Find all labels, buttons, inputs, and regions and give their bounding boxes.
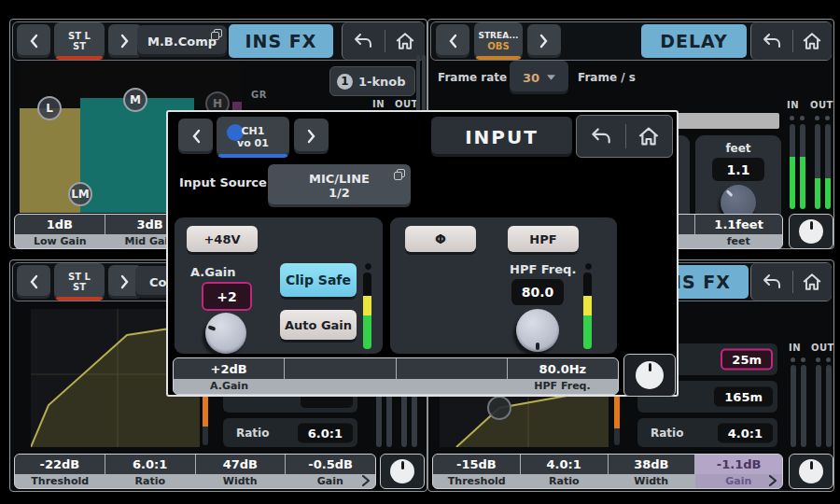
clip-safe-button[interactable]: Clip Safe	[280, 263, 357, 297]
out-meter-label: OUT	[811, 343, 834, 353]
band-handle-m[interactable]: M	[123, 88, 147, 112]
band-handle-l[interactable]: L	[37, 96, 62, 120]
knob-icon	[390, 459, 414, 483]
param-value[interactable]: 6.0:1	[298, 423, 353, 442]
meter-peak-dot	[364, 262, 372, 271]
footer-value[interactable]: -0.5dB	[286, 455, 375, 474]
param-value[interactable]: 25m	[721, 349, 773, 371]
input-source-label: Input Source	[179, 175, 267, 189]
undo-home-group	[342, 22, 425, 60]
footer-value[interactable]: 1dB	[15, 215, 105, 234]
channel-select-button[interactable]: STREA... OBS	[474, 22, 523, 60]
one-knob-button[interactable]: 1 1-knob	[329, 66, 415, 96]
undo-icon[interactable]	[589, 126, 613, 147]
in-meter-r	[800, 124, 805, 209]
footer-value-selected[interactable]: -1.1dB	[695, 455, 782, 474]
meter-peak-dot	[800, 116, 805, 120]
knob-assign-button[interactable]	[789, 454, 833, 489]
prev-channel-button[interactable]	[436, 24, 469, 58]
divider	[792, 30, 793, 52]
footer-value[interactable]: 4.0:1	[521, 455, 608, 474]
next-channel-button[interactable]	[527, 24, 561, 58]
in-meter-r	[801, 365, 806, 447]
feet-value[interactable]: 1.1	[712, 158, 764, 181]
in-meter-label: IN	[789, 343, 801, 353]
param-value[interactable]: 4.0:1	[718, 423, 773, 442]
prev-channel-button[interactable]	[17, 24, 50, 58]
out-meter-l	[815, 124, 820, 209]
channel-select-button[interactable]: CH1 vo 01	[217, 117, 289, 158]
footer-label: Threshold	[15, 474, 105, 488]
footer-value[interactable]: -22dB	[15, 455, 105, 474]
caret-down-icon	[547, 75, 555, 80]
input-source-line2: 1/2	[329, 186, 350, 200]
footer-value[interactable]: 80.0Hz	[508, 358, 618, 379]
prev-channel-button[interactable]	[17, 265, 50, 299]
footer-value[interactable]: 6.0:1	[105, 455, 195, 474]
chevron-right-icon	[539, 34, 549, 49]
hpf-button[interactable]: HPF	[508, 226, 579, 252]
hpf-freq-value[interactable]: 80.0	[511, 279, 564, 305]
footer-value[interactable]	[397, 358, 507, 379]
knob-assign-button[interactable]	[623, 354, 676, 397]
knob-assign-button[interactable]	[789, 214, 833, 249]
undo-icon[interactable]	[352, 32, 374, 50]
in-meter-l	[791, 365, 796, 447]
home-icon[interactable]	[802, 32, 822, 50]
gr-meter-label: GR	[251, 90, 267, 100]
again-value[interactable]: +2	[202, 282, 252, 311]
param-footer: +2dB 80.0Hz A.Gain HPF Freq.	[173, 357, 619, 395]
channel-name-line2: OBS	[487, 41, 509, 51]
gr-meter-fill	[614, 395, 620, 428]
footer-value[interactable]: 1.1feet	[695, 215, 782, 234]
band-handle-lm[interactable]: LM	[68, 182, 92, 206]
ratio-row[interactable]: Ratio 6.0:1	[223, 418, 357, 447]
analog-gain-group: +48V A.Gain +2 Clip Safe Auto Gain	[175, 217, 383, 354]
param-value[interactable]: 165m	[714, 387, 773, 407]
channel-name-line2: ST	[73, 41, 86, 51]
again-knob[interactable]	[205, 313, 246, 354]
input-source-button[interactable]: MIC/LINE 1/2	[268, 164, 411, 207]
dialog-title-label: INPUT	[465, 126, 539, 148]
channel-select-button[interactable]: ST L ST	[54, 22, 105, 60]
more-params-chevron-icon[interactable]	[769, 475, 777, 486]
page-title-label: INS FX	[245, 31, 317, 51]
phase-button[interactable]: Φ	[405, 226, 476, 252]
footer-value[interactable]: 47dB	[196, 455, 286, 474]
footer-label: feet	[695, 234, 783, 248]
more-params-chevron-icon[interactable]	[362, 475, 370, 486]
frame-rate-dropdown[interactable]: 30	[510, 61, 568, 94]
undo-icon[interactable]	[761, 273, 783, 291]
auto-gain-button[interactable]: Auto Gain	[280, 310, 357, 340]
footer-value[interactable]: +2dB	[174, 358, 284, 379]
footer-value[interactable]: 38dB	[609, 455, 695, 474]
knob-assign-button[interactable]	[380, 454, 425, 489]
phantom-48v-button[interactable]: +48V	[187, 226, 258, 252]
footer-value[interactable]: -15dB	[433, 455, 520, 474]
channel-select-button[interactable]: ST L ST	[54, 263, 105, 301]
out-meter-r	[825, 124, 831, 209]
chevron-right-icon	[120, 274, 130, 289]
ratio-row[interactable]: Ratio 4.0:1	[637, 418, 777, 447]
footer-value[interactable]	[285, 358, 395, 379]
undo-icon[interactable]	[761, 32, 783, 50]
home-icon[interactable]	[395, 32, 415, 50]
prev-channel-button[interactable]	[178, 119, 213, 154]
width-handle[interactable]	[487, 396, 511, 420]
home-icon[interactable]	[637, 126, 660, 147]
mixer-screen: ST L ST M.B.Comp INS FX	[0, 0, 840, 504]
hpf-freq-label: HPF Freq.	[510, 262, 576, 276]
out-meter-label: OUT	[810, 100, 833, 110]
next-channel-button[interactable]	[294, 119, 329, 154]
knob-icon	[799, 219, 823, 244]
footer-label: Low Gain	[15, 234, 105, 248]
footer-label: Threshold	[433, 474, 521, 488]
clip-safe-label: Clip Safe	[286, 273, 351, 287]
chevron-left-icon	[448, 34, 457, 49]
channel-color-bar	[56, 56, 103, 60]
channel-color-bar	[218, 154, 287, 158]
hpf-freq-knob[interactable]	[516, 309, 559, 352]
home-icon[interactable]	[802, 273, 822, 291]
channel-name-line1: ST L	[68, 272, 91, 282]
effect-preset-button[interactable]: M.B.Comp	[137, 25, 227, 57]
